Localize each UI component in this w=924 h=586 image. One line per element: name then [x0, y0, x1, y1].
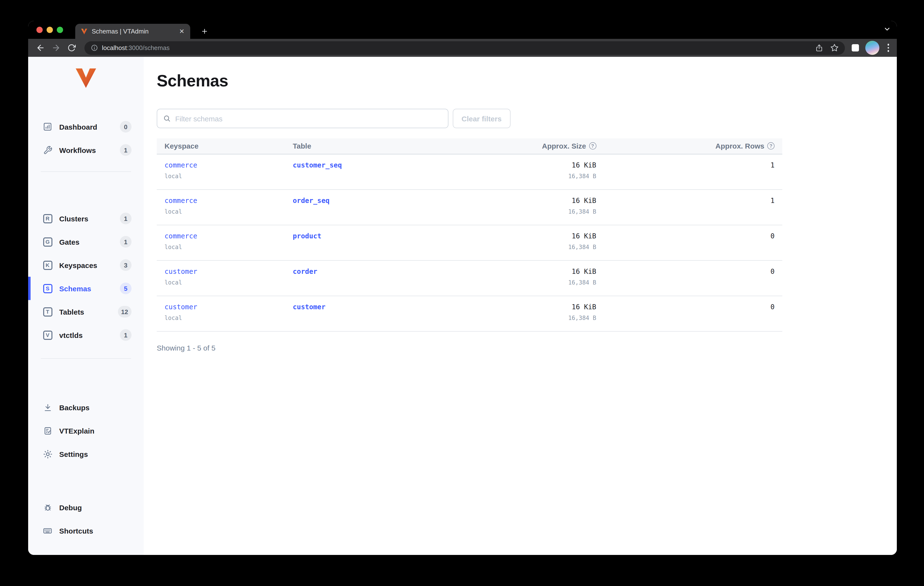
- table-link[interactable]: customer: [293, 303, 325, 311]
- size-bytes: 16,384 B: [449, 279, 596, 286]
- tab-overview-chevron-icon[interactable]: [883, 25, 891, 35]
- table-row: commerce local order_seq 16 KiB 16,384 B…: [157, 189, 782, 225]
- keyspace-link[interactable]: customer: [165, 267, 197, 275]
- size-bytes: 16,384 B: [449, 208, 596, 215]
- filter-controls: Clear filters: [157, 109, 897, 128]
- url-path: :3000/schemas: [127, 44, 170, 51]
- tab-strip: Schemas | VTAdmin ✕: [28, 21, 897, 39]
- sidebar-item-tablets[interactable]: T Tablets 12: [28, 300, 144, 323]
- bookmark-star-icon[interactable]: [830, 44, 838, 52]
- page-title: Schemas: [157, 71, 897, 90]
- count-badge: 1: [120, 236, 132, 248]
- help-icon[interactable]: ?: [589, 142, 596, 150]
- keyspace-link[interactable]: commerce: [165, 161, 197, 169]
- table-header-row: Keyspace Table Approx. Size? Approx. Row…: [157, 138, 782, 154]
- table-link[interactable]: customer_seq: [293, 161, 342, 169]
- browser-menu-icon[interactable]: [885, 43, 891, 53]
- site-info-icon[interactable]: [91, 44, 98, 51]
- sidebar: Dashboard 0 Workflows 1: [28, 57, 144, 555]
- profile-avatar[interactable]: [865, 41, 879, 55]
- count-badge: 5: [120, 283, 132, 294]
- reload-button[interactable]: [65, 41, 78, 54]
- filter-schemas-input[interactable]: [175, 114, 442, 122]
- approx-size: 16 KiB: [572, 161, 596, 169]
- sidebar-item-label: Shortcuts: [59, 526, 93, 535]
- table-row: commerce local customer_seq 16 KiB 16,38…: [157, 154, 782, 189]
- sidebar-item-schemas[interactable]: S Schemas 5: [28, 277, 144, 300]
- sidebar-item-shortcuts[interactable]: Shortcuts: [28, 519, 144, 542]
- cluster-label: local: [165, 243, 277, 250]
- sidebar-item-vtctlds[interactable]: V vtctlds 1: [28, 323, 144, 347]
- table-link[interactable]: corder: [293, 267, 317, 275]
- sidebar-item-label: Clusters: [59, 214, 88, 223]
- sidebar-item-dashboard[interactable]: Dashboard 0: [28, 115, 144, 138]
- side-panel-icon[interactable]: [851, 44, 859, 51]
- tab-close-icon[interactable]: ✕: [178, 27, 185, 35]
- sidebar-item-label: Gates: [59, 238, 79, 246]
- dashboard-icon: [43, 122, 53, 132]
- wrench-icon: [43, 145, 53, 155]
- sidebar-item-label: Backups: [59, 403, 89, 411]
- count-badge: 3: [120, 259, 132, 271]
- minimize-window-button[interactable]: [46, 27, 53, 33]
- sidebar-item-backups[interactable]: Backups: [28, 396, 144, 419]
- table-row: customer local corder 16 KiB 16,384 B 0: [157, 260, 782, 296]
- sidebar-item-debug[interactable]: Debug: [28, 496, 144, 519]
- new-tab-button[interactable]: [198, 25, 211, 37]
- table-link[interactable]: order_seq: [293, 196, 330, 204]
- table-link[interactable]: product: [293, 232, 321, 240]
- search-icon: [163, 114, 171, 122]
- forward-button[interactable]: [50, 41, 62, 54]
- column-header-approx-rows: Approx. Rows?: [604, 138, 782, 154]
- approx-size: 16 KiB: [572, 196, 596, 204]
- help-icon[interactable]: ?: [767, 142, 774, 150]
- sidebar-divider: [41, 358, 131, 359]
- close-window-button[interactable]: [36, 27, 43, 33]
- keyspace-link[interactable]: commerce: [165, 232, 197, 240]
- zoom-window-button[interactable]: [57, 27, 63, 33]
- vtctlds-icon: V: [43, 330, 53, 340]
- sidebar-item-label: Settings: [59, 450, 88, 458]
- sidebar-item-label: VTExplain: [59, 427, 94, 435]
- browser-toolbar: localhost:3000/schemas: [28, 39, 897, 57]
- count-badge: 1: [120, 144, 132, 156]
- document-check-icon: [43, 426, 53, 435]
- sidebar-item-label: Keyspaces: [59, 261, 97, 269]
- approx-size: 16 KiB: [572, 303, 596, 311]
- cluster-label: local: [165, 279, 277, 286]
- url-text: localhost:3000/schemas: [102, 44, 170, 51]
- table-row: customer local customer 16 KiB 16,384 B …: [157, 296, 782, 331]
- sidebar-item-label: Dashboard: [59, 122, 97, 131]
- back-button[interactable]: [34, 41, 46, 54]
- url-host: localhost: [102, 44, 127, 51]
- sidebar-item-clusters[interactable]: R Clusters 1: [28, 207, 144, 230]
- sidebar-item-label: Tablets: [59, 308, 84, 316]
- sidebar-item-vtexplain[interactable]: VTExplain: [28, 419, 144, 442]
- sidebar-item-label: Schemas: [59, 284, 91, 293]
- sidebar-item-label: vtctlds: [59, 331, 83, 339]
- count-badge: 12: [118, 306, 132, 318]
- schemas-icon: S: [43, 283, 53, 293]
- sidebar-item-gates[interactable]: G Gates 1: [28, 230, 144, 253]
- favicon-vitess-icon: [81, 28, 87, 34]
- cluster-label: local: [165, 208, 277, 215]
- vitess-logo[interactable]: [75, 68, 97, 90]
- count-badge: 0: [120, 121, 132, 132]
- share-icon[interactable]: [815, 44, 823, 52]
- tab-title: Schemas | VTAdmin: [92, 28, 178, 35]
- keyspaces-icon: K: [43, 260, 53, 270]
- clear-filters-button[interactable]: Clear filters: [453, 109, 510, 128]
- approx-size: 16 KiB: [572, 267, 596, 275]
- clusters-icon: R: [43, 214, 53, 223]
- column-header-approx-size: Approx. Size?: [441, 138, 604, 154]
- url-bar[interactable]: localhost:3000/schemas: [84, 41, 845, 55]
- keyspace-link[interactable]: customer: [165, 303, 197, 311]
- gates-icon: G: [43, 237, 53, 247]
- sidebar-item-settings[interactable]: Settings: [28, 442, 144, 465]
- sidebar-item-keyspaces[interactable]: K Keyspaces 3: [28, 253, 144, 277]
- keyspace-link[interactable]: commerce: [165, 196, 197, 204]
- sidebar-item-workflows[interactable]: Workflows 1: [28, 138, 144, 162]
- cluster-label: local: [165, 172, 277, 179]
- browser-tab[interactable]: Schemas | VTAdmin ✕: [75, 24, 190, 39]
- size-bytes: 16,384 B: [449, 243, 596, 250]
